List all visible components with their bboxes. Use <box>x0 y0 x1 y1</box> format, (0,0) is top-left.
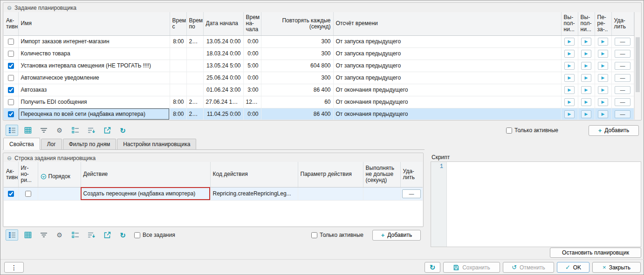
row-active-checkbox[interactable] <box>8 51 14 57</box>
open-window-button[interactable] <box>101 229 113 241</box>
cell-start-time[interactable]: 0:00 <box>243 72 261 84</box>
row-active-checkbox[interactable] <box>8 39 14 45</box>
delete-row-button[interactable]: — <box>615 50 630 58</box>
tab-scheduler-settings[interactable]: Настройки планировщика <box>117 139 196 149</box>
col-header-ignore[interactable]: Иг- но- ри... <box>18 162 38 187</box>
col-header-start-date[interactable]: Дата начала <box>203 12 243 35</box>
cell-repeat-every[interactable]: 300 <box>261 72 333 84</box>
cell-countdown[interactable]: От окончания предыдущего <box>333 108 561 120</box>
cell-start-date[interactable]: 13.05.24 0:00 <box>203 35 243 47</box>
col-header-delete[interactable]: Уда- лить <box>611 12 634 35</box>
cell-countdown[interactable]: От запуска предыдущего <box>333 47 561 60</box>
cell-order[interactable] <box>38 187 81 200</box>
only-active-input[interactable] <box>506 127 512 134</box>
execute-button[interactable]: ▶ <box>564 86 575 94</box>
cell-name[interactable]: Установка интервала смещения (НЕ ТРОГАТЬ… <box>18 60 170 72</box>
cell-time-to[interactable]: 22:00 <box>186 35 203 47</box>
cell-countdown[interactable]: От запуска предыдущего <box>333 60 561 72</box>
add-task-line-button[interactable]: + Добавить <box>372 230 421 241</box>
cell-start-time[interactable]: 12:37 <box>243 96 261 108</box>
cell-time-from[interactable]: 8:00 <box>170 35 186 47</box>
view-table-button[interactable] <box>21 229 34 241</box>
execute-button[interactable]: ▶ <box>564 74 575 82</box>
refresh-button[interactable]: ↻ <box>116 125 129 136</box>
col-header-start-time[interactable]: Врем на- чала <box>243 12 261 35</box>
col-header-max-duration[interactable]: Выполнять не дольше (секунд) <box>363 162 400 187</box>
cell-countdown[interactable]: От окончания предыдущего <box>333 84 561 96</box>
table-row[interactable]: Установка интервала смещения (НЕ ТРОГАТЬ… <box>4 60 634 72</box>
col-header-countdown[interactable]: Отсчёт времени <box>333 12 561 35</box>
cell-countdown[interactable]: От запуска предыдущего <box>333 35 561 47</box>
table-row[interactable]: Импорт заказов интернет-магазин 8:00 22:… <box>4 35 634 47</box>
tab-log[interactable]: Лог <box>41 139 62 149</box>
execute-button[interactable]: ▶ <box>564 110 575 118</box>
restart-button[interactable]: ▶ <box>598 38 608 46</box>
col-header-restart[interactable]: Пе- ре- за-.. <box>595 12 611 35</box>
col-header-time-from[interactable]: Врем с <box>170 12 186 35</box>
table-row[interactable]: Автоматическое уведомление 25.06.24 0:00… <box>4 72 634 84</box>
cell-repeat-every[interactable]: 300 <box>261 47 333 60</box>
restart-button[interactable]: ▶ <box>598 110 608 118</box>
cell-repeat-every[interactable]: 604 800 <box>261 60 333 72</box>
refresh-form-button[interactable]: ↻ <box>425 262 440 273</box>
execute-2-button[interactable]: ▶ <box>581 98 591 106</box>
view-table-button[interactable] <box>21 125 34 136</box>
delete-row-button[interactable]: — <box>615 38 630 46</box>
delete-row-button[interactable]: — <box>615 62 630 70</box>
cell-start-date[interactable]: 18.03.24 0:00 <box>203 47 243 60</box>
script-editor[interactable] <box>447 162 641 247</box>
cell-time-to[interactable]: 20:00 <box>186 96 203 108</box>
row-ignore-checkbox[interactable] <box>25 191 31 197</box>
cell-repeat-every[interactable]: 86 400 <box>261 84 333 96</box>
delete-row-button[interactable]: — <box>615 74 630 82</box>
cell-start-date[interactable]: 25.06.24 0:00 <box>203 72 243 84</box>
cell-start-time[interactable]: 0:00 <box>243 108 261 120</box>
table-row[interactable]: Получить EDI сообщения 8:00 20:00 27.06.… <box>4 96 634 108</box>
cell-countdown[interactable]: От запуска предыдущего <box>333 72 561 84</box>
cell-time-to[interactable] <box>186 60 203 72</box>
open-window-button[interactable] <box>101 125 113 136</box>
cell-start-date[interactable]: 27.06.24 12:37 <box>203 96 243 108</box>
row-active-checkbox[interactable] <box>8 75 14 81</box>
filter-button[interactable] <box>37 229 50 241</box>
sort-button[interactable] <box>85 125 97 136</box>
cell-max-duration[interactable] <box>363 187 400 200</box>
task-line-row[interactable]: Создать переоценки (надбавка импортера) … <box>4 187 423 200</box>
all-tasks-checkbox[interactable]: Все задания <box>134 232 175 238</box>
only-active-checkbox-bottom[interactable]: Только активные <box>311 232 363 238</box>
col-header-active[interactable]: Ак- тивн <box>4 12 18 35</box>
col-header-repeat-every[interactable]: Повторять каждые (секунд) <box>261 12 333 35</box>
cell-start-date[interactable]: 13.05.24 5:00 <box>203 60 243 72</box>
cell-name[interactable]: Импорт заказов интернет-магазин <box>18 35 170 47</box>
cell-countdown[interactable]: От окончания предыдущего <box>333 96 561 108</box>
cell-repeat-every[interactable]: 86 400 <box>261 108 333 120</box>
restart-button[interactable]: ▶ <box>598 74 608 82</box>
row-active-checkbox[interactable] <box>8 111 14 117</box>
cell-time-to[interactable] <box>186 84 203 96</box>
cell-time-from[interactable]: 8:00 <box>170 96 186 108</box>
stop-scheduler-button[interactable]: Остановить планировщик <box>550 248 641 258</box>
cell-start-time[interactable]: 0:00 <box>243 35 261 47</box>
col-header-execute-2[interactable]: Вы- пол- ни... <box>578 12 595 35</box>
cell-name[interactable]: Автозаказ <box>18 84 170 96</box>
collapse-icon[interactable]: ⊖ <box>7 5 12 11</box>
execute-button[interactable]: ▶ <box>564 62 575 70</box>
cancel-button[interactable]: ↺ Отменить <box>503 262 554 273</box>
row-active-checkbox[interactable] <box>8 87 14 93</box>
collapse-icon[interactable]: ⊖ <box>7 155 12 161</box>
checklist-button[interactable] <box>69 125 82 136</box>
execute-button[interactable]: ▶ <box>564 38 575 46</box>
table-row[interactable]: Количество товара 18.03.24 0:00 0:00 300… <box>4 47 634 60</box>
checklist-button[interactable] <box>69 229 82 241</box>
cell-time-from[interactable] <box>170 72 186 84</box>
tab-day-filter[interactable]: Фильтр по дням <box>63 139 116 149</box>
cell-time-to[interactable]: 20:00 <box>186 108 203 120</box>
cell-name[interactable]: Переоценка по всей сети (надбавка импорт… <box>18 108 170 120</box>
tab-properties[interactable]: Свойства <box>3 138 40 150</box>
row-active-checkbox[interactable] <box>8 63 14 69</box>
cell-start-time[interactable]: 3:00 <box>243 84 261 96</box>
restart-button[interactable]: ▶ <box>598 98 608 106</box>
vertical-scrollbar[interactable] <box>634 12 641 120</box>
col-header-delete[interactable]: Уда- лить <box>400 162 423 187</box>
cell-repeat-every[interactable]: 60 <box>261 96 333 108</box>
